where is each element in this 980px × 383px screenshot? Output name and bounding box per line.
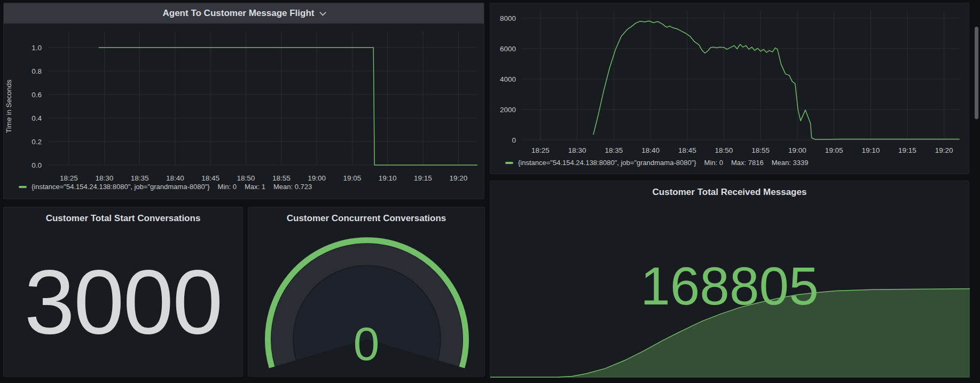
svg-text:18:45: 18:45 <box>201 174 219 182</box>
svg-text:0.0: 0.0 <box>32 161 42 169</box>
svg-text:18:55: 18:55 <box>751 146 770 154</box>
panel-total-received-messages: Customer Total Received Messages 168805 <box>490 181 969 377</box>
agent-flight-chart[interactable]: 18:2518:3018:3518:4018:4518:5018:5519:00… <box>4 3 484 199</box>
panel-title[interactable]: Agent To Customer Message Flight <box>163 8 315 19</box>
svg-text:18:30: 18:30 <box>95 174 113 182</box>
svg-text:18:35: 18:35 <box>131 174 149 182</box>
svg-text:18:30: 18:30 <box>568 146 586 154</box>
stat-area: 3000 <box>4 228 242 376</box>
svg-text:18:45: 18:45 <box>678 146 696 154</box>
legend-max: Max: 1 <box>245 183 265 191</box>
legend-mean: Mean: 0.723 <box>273 183 312 191</box>
legend: {instance="54.154.24.138:8080", job="gra… <box>505 159 808 167</box>
stat-value: 168805 <box>490 259 969 312</box>
series-color-dash-icon <box>19 186 27 188</box>
panel-total-start-conversations: Customer Total Start Conversations 3000 <box>3 207 243 377</box>
svg-text:18:50: 18:50 <box>715 146 733 154</box>
legend: {instance="54.154.24.138:8080", job="gra… <box>19 183 312 191</box>
legend-series-label[interactable]: {instance="54.154.24.138:8080", job="gra… <box>32 183 210 191</box>
svg-text:6000: 6000 <box>500 45 516 53</box>
svg-text:0.6: 0.6 <box>32 91 42 99</box>
svg-text:18:35: 18:35 <box>605 146 623 154</box>
panel-header[interactable]: Agent To Customer Message Flight <box>4 3 484 24</box>
svg-text:19:15: 19:15 <box>898 146 916 154</box>
svg-text:1.0: 1.0 <box>32 44 42 52</box>
scrollbar-thumb[interactable] <box>975 27 978 119</box>
svg-text:19:05: 19:05 <box>825 146 843 154</box>
legend-min: Min: 0 <box>704 159 723 167</box>
svg-text:Time in Seconds: Time in Seconds <box>5 80 13 133</box>
throughput-chart[interactable]: 18:2518:3018:3518:4018:4518:5018:5519:00… <box>490 3 969 174</box>
svg-text:19:20: 19:20 <box>935 146 953 154</box>
svg-text:18:25: 18:25 <box>60 174 78 182</box>
legend-min: Min: 0 <box>218 183 237 191</box>
svg-text:0: 0 <box>512 136 516 144</box>
panel-concurrent-conversations: Customer Concurrent Conversations 0 <box>248 207 485 377</box>
svg-text:19:10: 19:10 <box>379 174 397 182</box>
series-color-dash-icon <box>505 162 513 164</box>
svg-text:19:20: 19:20 <box>449 174 467 182</box>
svg-text:19:00: 19:00 <box>788 146 806 154</box>
svg-text:19:10: 19:10 <box>861 146 880 154</box>
svg-text:2000: 2000 <box>500 106 516 114</box>
legend-max: Max: 7816 <box>731 159 764 167</box>
panel-title[interactable]: Customer Total Received Messages <box>490 187 969 198</box>
svg-text:19:15: 19:15 <box>414 174 432 182</box>
svg-text:19:05: 19:05 <box>343 174 362 182</box>
chevron-down-icon[interactable] <box>319 9 326 16</box>
svg-text:0.8: 0.8 <box>32 67 42 75</box>
svg-text:0.4: 0.4 <box>32 114 42 122</box>
svg-text:18:40: 18:40 <box>641 146 660 154</box>
legend-mean: Mean: 3339 <box>772 159 809 167</box>
panel-title[interactable]: Customer Concurrent Conversations <box>248 213 484 224</box>
svg-text:8000: 8000 <box>500 14 516 22</box>
panel-title[interactable]: Customer Total Start Conversations <box>4 213 242 224</box>
svg-text:18:25: 18:25 <box>531 146 550 154</box>
svg-text:18:50: 18:50 <box>237 174 255 182</box>
svg-text:18:40: 18:40 <box>166 174 184 182</box>
grafana-dashboard: Agent To Customer Message Flight 18:2518… <box>0 0 980 383</box>
svg-text:18:55: 18:55 <box>272 174 291 182</box>
gauge-value: 0 <box>248 321 484 368</box>
panel-agent-to-customer-message-flight: Agent To Customer Message Flight 18:2518… <box>3 3 484 199</box>
panel-message-throughput: 18:2518:3018:3518:4018:4518:5018:5519:00… <box>490 3 969 174</box>
legend-series-label[interactable]: {instance="54.154.24.138:8080", job="gra… <box>518 159 696 167</box>
svg-text:19:00: 19:00 <box>308 174 326 182</box>
svg-text:0.2: 0.2 <box>32 138 42 146</box>
svg-text:4000: 4000 <box>500 75 516 83</box>
stat-value: 3000 <box>24 256 222 347</box>
